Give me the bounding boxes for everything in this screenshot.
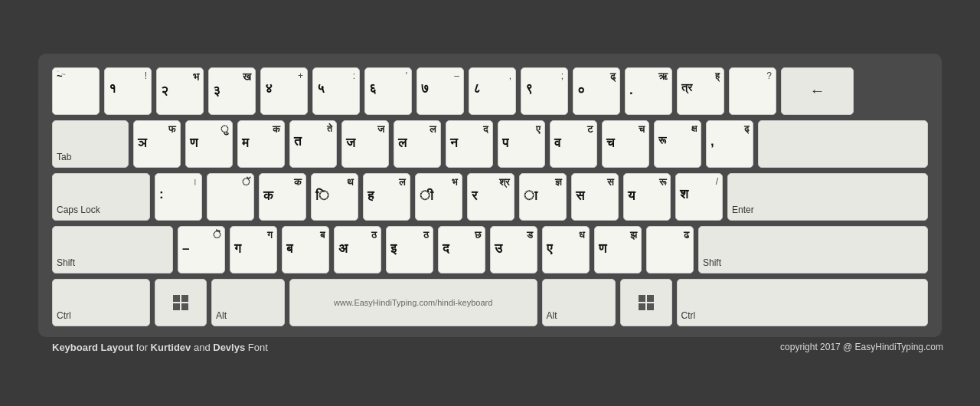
key-7[interactable]: – ७: [416, 67, 464, 115]
key-comma[interactable]: ध ए: [542, 226, 590, 273]
keyboard: ~ ` ~ ! १ भ २ ख ३ + ४ : ५: [38, 54, 942, 337]
key-P[interactable]: च च: [602, 120, 649, 168]
row-numbers: ~ ` ~ ! १ भ २ ख ३ + ४ : ५: [52, 67, 928, 115]
windows-logo-icon-right: [639, 295, 654, 310]
key-ctrl-left[interactable]: Ctrl: [52, 279, 150, 326]
key-bracket[interactable]: ?: [729, 67, 776, 115]
key-L[interactable]: स स: [571, 173, 619, 221]
key-capslock[interactable]: Caps Lock: [52, 173, 150, 221]
key-ctrl-right[interactable]: Ctrl: [677, 279, 929, 326]
key-bracket-r[interactable]: ढ् ,: [706, 120, 753, 168]
key-bracket-l[interactable]: क्ष रू: [654, 120, 701, 168]
key-enter[interactable]: Enter: [727, 173, 928, 221]
key-alt-left[interactable]: Alt: [211, 279, 285, 326]
key-4[interactable]: + ४: [260, 67, 308, 115]
key-win-right[interactable]: [620, 279, 672, 326]
key-H[interactable]: भ ी: [415, 173, 462, 221]
key-R[interactable]: ते त: [289, 120, 337, 168]
key-Y[interactable]: ल ल: [394, 120, 441, 168]
key-quote[interactable]: / श: [675, 173, 723, 221]
row-shift: Shift ॆ – ग ग ब ब ठ अ ठ इ छ: [52, 226, 928, 273]
key-1[interactable]: ! १: [104, 67, 152, 115]
key-backspace[interactable]: ←: [781, 67, 854, 115]
key-tab[interactable]: Tab: [52, 120, 129, 168]
key-E[interactable]: क म: [237, 120, 285, 168]
key-I[interactable]: ए प: [498, 120, 545, 168]
key-G[interactable]: ल ह: [363, 173, 410, 221]
key-period[interactable]: झ ण: [594, 226, 642, 273]
key-semicolon[interactable]: रू य: [623, 173, 671, 221]
key-O[interactable]: ट व: [550, 120, 597, 168]
footer-left-text: Keyboard Layout for Kurtidev and Devlys …: [52, 342, 268, 353]
key-S[interactable]: ॅ: [207, 173, 254, 221]
key-W[interactable]: ु ण: [185, 120, 233, 168]
key-J[interactable]: श्र र: [467, 173, 514, 221]
key-shift-right[interactable]: Shift: [698, 226, 928, 273]
key-X[interactable]: ग ग: [230, 226, 277, 273]
footer: Keyboard Layout for Kurtidev and Devlys …: [38, 337, 957, 353]
key-C[interactable]: ब ब: [282, 226, 329, 273]
key-3[interactable]: ख ३: [208, 67, 256, 115]
key-0[interactable]: ढ् ०: [573, 67, 620, 115]
row-bottom: Ctrl Alt www.EasyHindiTyping.com/hindi-k…: [52, 279, 928, 326]
key-equal[interactable]: ह् त्र: [677, 67, 724, 115]
keyboard-wrapper: ~ ` ~ ! १ भ २ ख ३ + ४ : ५: [31, 46, 949, 361]
key-tilde[interactable]: ~ ` ~: [52, 67, 100, 115]
row-asdf: Caps Lock । : ॅ क क थ ि ल ह: [52, 173, 928, 221]
key-backslash[interactable]: [758, 120, 928, 168]
key-B[interactable]: ठ इ: [386, 226, 433, 273]
key-win-left[interactable]: [155, 279, 207, 326]
key-space[interactable]: www.EasyHindiTyping.com/hindi-keyboard: [289, 279, 537, 326]
key-A[interactable]: । :: [155, 173, 202, 221]
key-V[interactable]: ठ अ: [334, 226, 381, 273]
key-shift-left[interactable]: Shift: [52, 226, 173, 273]
key-N[interactable]: छ द: [438, 226, 485, 273]
key-9[interactable]: ; ९: [521, 67, 568, 115]
key-F[interactable]: थ ि: [311, 173, 358, 221]
key-Q[interactable]: फ ञ: [133, 120, 181, 168]
key-K[interactable]: ज्ञ ा: [519, 173, 567, 221]
key-D[interactable]: क क: [259, 173, 306, 221]
key-T[interactable]: ज ज: [341, 120, 389, 168]
key-5[interactable]: : ५: [312, 67, 360, 115]
key-U[interactable]: द न: [446, 120, 493, 168]
key-6[interactable]: ' ६: [364, 67, 412, 115]
footer-copyright: copyright 2017 @ EasyHindiTyping.com: [780, 342, 943, 352]
row-qwerty: Tab फ ञ ु ण क म ते त ज ज ल: [52, 120, 928, 168]
key-minus[interactable]: ऋ .: [625, 67, 672, 115]
windows-logo-icon: [173, 295, 188, 310]
key-8[interactable]: , ८: [469, 67, 516, 115]
key-alt-right[interactable]: Alt: [542, 279, 616, 326]
key-Z[interactable]: ॆ –: [178, 226, 225, 273]
key-2[interactable]: भ २: [156, 67, 204, 115]
key-M[interactable]: ड उ: [490, 226, 537, 273]
key-slash[interactable]: ढ: [646, 226, 694, 273]
